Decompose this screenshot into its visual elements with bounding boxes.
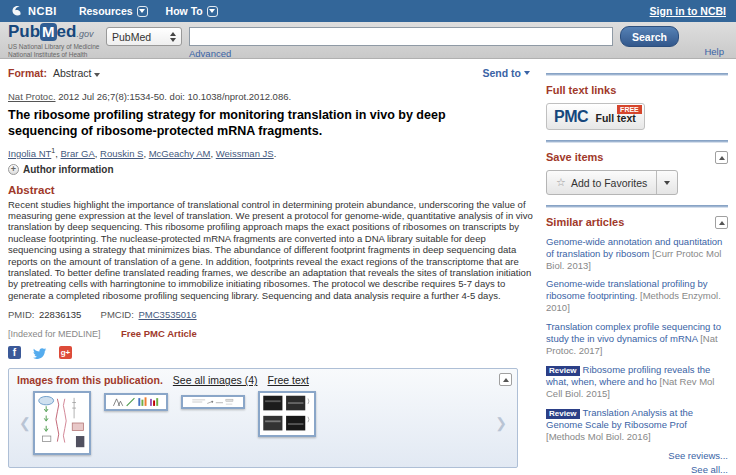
save-items-heading: Save items [546, 151, 728, 164]
see-all-link[interactable]: See all... [546, 464, 728, 475]
similar-articles-heading: Similar articles [546, 216, 728, 229]
format-label: Format: [8, 67, 47, 79]
googleplus-share-icon[interactable]: g+ [59, 346, 72, 359]
chevron-up-icon [719, 156, 725, 160]
facebook-share-icon[interactable]: f [8, 346, 21, 359]
select-arrows-icon [170, 32, 176, 42]
author-link[interactable]: Rouskin S [100, 148, 143, 159]
full-text-links-portlet: Full text links PMC Full text FREE [546, 84, 728, 130]
similar-article-item: ReviewTranslation Analysis at the Genome… [546, 407, 728, 443]
share-buttons: f g+ [8, 346, 536, 359]
free-text-link[interactable]: Free text [267, 374, 308, 386]
author-separator: . [274, 148, 277, 159]
ncbi-swirl-icon [10, 4, 24, 18]
figure-thumbnail-3[interactable] [181, 395, 245, 409]
article-main: Format: Abstract Send to Nat Protoc. 201… [0, 59, 546, 475]
see-reviews-link[interactable]: See reviews... [546, 450, 728, 461]
howto-label: How To [166, 5, 203, 17]
pmid-label: PMID: [8, 309, 34, 320]
format-value: Abstract [53, 67, 92, 79]
collapse-section-button[interactable] [715, 216, 728, 229]
favorites-label: Add to Favorites [571, 177, 647, 189]
thumbnail-strip: ❮ ❯ [17, 391, 509, 459]
pmid-value: 22836135 [39, 309, 81, 320]
chevron-up-icon [719, 221, 725, 225]
indexed-for-medline: [Indexed for MEDLINE] [8, 329, 101, 339]
ncbi-navbar: NCBI Resources How To Sign in to NCBI [0, 0, 736, 22]
collapse-section-button[interactable] [715, 151, 728, 164]
pmcid-label: PMCID: [101, 309, 134, 320]
search-input[interactable] [189, 27, 613, 46]
identifier-row: PMID: 22836135 PMCID: PMC3535016 [8, 309, 536, 320]
add-to-favorites-button[interactable]: ☆ Add to Favorites [547, 171, 656, 194]
see-all-images-link[interactable]: See all images (4) [173, 374, 258, 386]
ncbi-logo[interactable]: NCBI [10, 4, 57, 18]
section-divider [546, 140, 728, 143]
favorites-dropdown-button[interactable] [656, 171, 677, 194]
twitter-share-icon[interactable] [33, 347, 47, 359]
author-information-toggle[interactable]: + Author information [8, 164, 536, 175]
full-text-links-heading: Full text links [546, 84, 728, 97]
section-divider [546, 73, 728, 76]
discovery-sidebar: Full text links PMC Full text FREE Save … [546, 59, 728, 475]
chevron-down-icon [524, 71, 530, 75]
figure-thumbnail-1[interactable] [33, 391, 91, 455]
index-status-row: [Indexed for MEDLINE] Free PMC Article [8, 328, 536, 339]
help-link[interactable]: Help [704, 46, 724, 57]
pmc-full-text-button[interactable]: PMC Full text FREE [546, 103, 645, 130]
similar-articles-portlet: Similar articles Genome-wide annotation … [546, 216, 728, 475]
pubmed-header: PubMed.gov US National Library of Medici… [0, 22, 736, 59]
scroll-left-icon[interactable]: ❮ [19, 415, 31, 431]
free-badge: FREE [617, 105, 642, 114]
journal-link[interactable]: Nat Protoc. [8, 91, 56, 102]
similar-article-source: [Methods Mol Biol. 2016] [546, 431, 651, 442]
similar-article-item: ReviewRibosome profiling reveals the wha… [546, 364, 728, 400]
author-list: Ingolia NT1, Brar GA, Rouskin S, McGeach… [8, 147, 536, 159]
send-to-menu[interactable]: Send to [483, 67, 531, 79]
figure-thumbnail-4[interactable] [258, 391, 316, 437]
pmc-logo: PMC [554, 108, 588, 125]
advanced-link[interactable]: Advanced [189, 48, 231, 59]
pmcid-link[interactable]: PMC3535016 [138, 309, 196, 320]
similar-article-link[interactable]: Translation complex profile sequencing t… [546, 321, 721, 344]
images-panel: Images from this publication. See all im… [8, 368, 518, 468]
nlm-line1: US National Library of Medicine [8, 43, 99, 51]
pubmed-logo[interactable]: PubMed.gov [8, 23, 93, 40]
resources-menu[interactable]: Resources [79, 5, 148, 17]
sign-in-link[interactable]: Sign in to NCBI [650, 5, 726, 17]
chevron-down-icon [137, 6, 148, 17]
pubmed-logo-gov: .gov [76, 29, 93, 39]
search-button[interactable]: Search [620, 26, 679, 47]
chevron-down-icon [207, 6, 218, 17]
author-link[interactable]: Brar GA [61, 148, 95, 159]
expand-plus-icon: + [8, 164, 19, 175]
pubmed-logo-pub: Pub [8, 22, 40, 41]
nlm-line2: National Institutes of Health [8, 51, 99, 59]
chevron-up-icon [503, 378, 509, 382]
database-select[interactable]: PubMed [106, 27, 182, 46]
author-link[interactable]: Weissman JS [216, 148, 274, 159]
abstract-heading: Abstract [8, 184, 536, 196]
figure-thumbnail-2[interactable] [104, 393, 168, 411]
citation-text: 2012 Jul 26;7(8):1534-50. doi: 10.1038/n… [58, 91, 291, 102]
free-pmc-article-link[interactable]: Free PMC Article [121, 328, 197, 339]
images-panel-heading: Images from this publication. [17, 374, 163, 386]
abstract-text: Recent studies highlight the importance … [8, 199, 536, 302]
author-link[interactable]: Ingolia NT [8, 148, 51, 159]
author-link[interactable]: McGeachy AM [149, 148, 211, 159]
similar-article-item: Genome-wide translational profiling by r… [546, 278, 728, 314]
review-badge: Review [546, 366, 580, 376]
scroll-right-icon[interactable]: ❯ [495, 415, 507, 431]
pubmed-logo-ed: ed [57, 22, 77, 41]
similar-article-item: Translation complex profile sequencing t… [546, 321, 728, 357]
howto-menu[interactable]: How To [166, 5, 218, 17]
database-select-value: PubMed [112, 31, 151, 43]
send-to-label: Send to [483, 67, 522, 79]
review-badge: Review [546, 409, 580, 419]
format-control[interactable]: Format: Abstract [8, 67, 100, 79]
ncbi-brand-label: NCBI [28, 5, 57, 17]
nlm-org-lines: US National Library of Medicine National… [8, 43, 99, 59]
collapse-panel-button[interactable] [499, 373, 512, 386]
chevron-down-icon [94, 73, 100, 77]
pubmed-logo-m: M [40, 23, 57, 41]
